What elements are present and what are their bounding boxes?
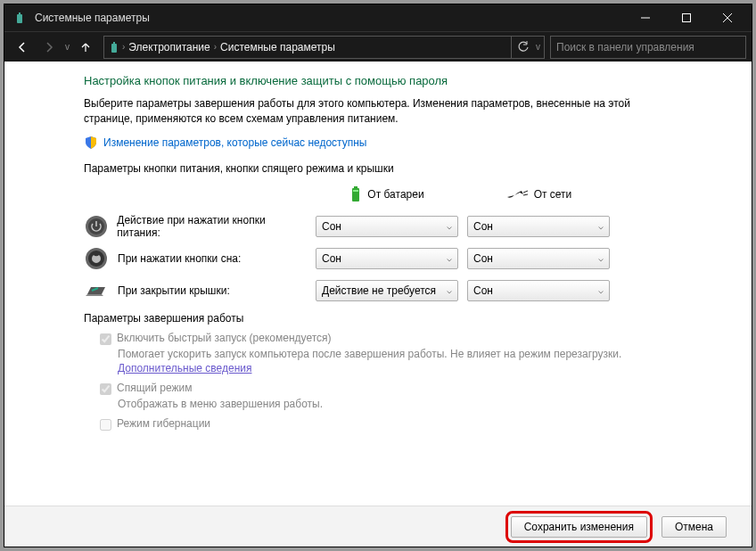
svg-rect-3 (683, 14, 691, 22)
svg-rect-0 (17, 14, 22, 23)
chevron-down-icon: ⌵ (598, 221, 604, 231)
svg-rect-9 (354, 186, 357, 188)
hibernate-checkbox (100, 419, 111, 431)
plug-icon (505, 188, 529, 201)
save-button[interactable]: Сохранить изменения (511, 516, 647, 538)
lid-label: При закрытии крышки: (118, 284, 230, 297)
up-button[interactable] (73, 35, 98, 60)
refresh-button[interactable] (511, 36, 534, 59)
minimize-button[interactable] (625, 4, 666, 31)
power-button-ac-select[interactable]: Сон⌵ (467, 216, 610, 237)
breadcrumb-power[interactable]: Электропитание (125, 41, 213, 53)
sleep-button-icon (84, 246, 109, 271)
hibernate-label: Режим гибернации (117, 417, 210, 430)
more-info-link[interactable]: Дополнительные сведения (118, 362, 251, 374)
fast-startup-checkbox (100, 333, 111, 345)
svg-line-12 (523, 194, 528, 195)
chevron-down-icon: ⌵ (447, 285, 452, 295)
shield-icon (84, 136, 98, 150)
lid-icon (84, 278, 109, 303)
back-button[interactable] (10, 35, 35, 60)
battery-icon (13, 11, 28, 25)
power-buttons-legend: Параметры кнопки питания, кнопки спящего… (84, 162, 672, 175)
search-input[interactable]: Поиск в панели управления (550, 36, 746, 59)
page-title: Настройка кнопок питания и включение защ… (84, 74, 672, 87)
power-button-label: Действие при нажатии кнопки питания: (117, 214, 307, 239)
power-button-icon (84, 214, 108, 239)
chevron-down-icon: ⌵ (598, 253, 604, 263)
sleep-button-label: При нажатии кнопки сна: (118, 252, 241, 265)
shutdown-legend: Параметры завершения работы (84, 312, 672, 325)
forward-button[interactable] (37, 35, 62, 60)
chevron-down-icon: ⌵ (598, 285, 604, 295)
cancel-button[interactable]: Отмена (662, 516, 727, 538)
svg-rect-1 (19, 12, 21, 14)
svg-line-11 (523, 191, 528, 193)
lid-battery-select[interactable]: Действие не требуется⌵ (316, 280, 458, 301)
maximize-button[interactable] (666, 4, 707, 31)
change-unavailable-link[interactable]: Изменение параметров, которые сейчас нед… (103, 136, 367, 149)
lid-ac-select[interactable]: Сон⌵ (467, 280, 610, 301)
sleep-checkbox (100, 383, 111, 395)
history-dropdown[interactable]: v (65, 42, 70, 52)
svg-rect-10 (353, 190, 358, 192)
chevron-down-icon: ⌵ (447, 253, 452, 263)
window-title: Системные параметры (35, 12, 625, 24)
svg-rect-7 (113, 42, 115, 44)
fast-startup-description: Помогает ускорить запуск компьютера посл… (118, 347, 672, 377)
column-battery: От батареи (316, 182, 458, 207)
page-description: Выберите параметры завершения работы для… (84, 96, 672, 127)
column-ac: От сети (467, 185, 610, 204)
close-button[interactable] (707, 4, 748, 31)
battery-icon (108, 40, 122, 54)
svg-rect-6 (111, 44, 117, 53)
sleep-label: Спящий режим (117, 382, 192, 394)
address-bar[interactable]: › Электропитание › Системные параметры v (103, 36, 545, 59)
chevron-down-icon: ⌵ (447, 221, 452, 231)
sleep-button-battery-select[interactable]: Сон⌵ (316, 248, 458, 269)
battery-icon (349, 185, 362, 203)
sleep-description: Отображать в меню завершения работы. (118, 397, 672, 412)
breadcrumb-system[interactable]: Системные параметры (217, 41, 339, 53)
power-button-battery-select[interactable]: Сон⌵ (316, 216, 458, 237)
sleep-button-ac-select[interactable]: Сон⌵ (467, 248, 610, 269)
fast-startup-label: Включить быстрый запуск (рекомендуется) (117, 332, 332, 344)
